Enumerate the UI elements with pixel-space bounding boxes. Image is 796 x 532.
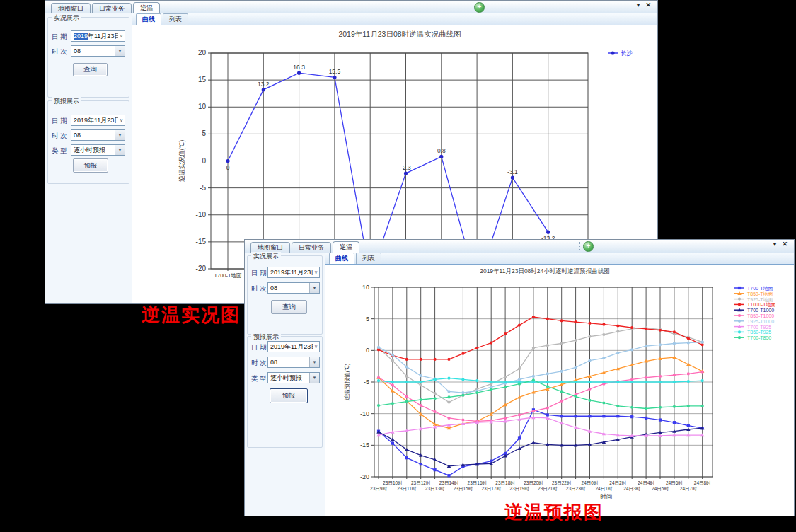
type-label: 类 型 (251, 374, 267, 383)
svg-text:24日0时: 24日0时 (582, 480, 599, 485)
live-time-combo[interactable]: 08 ▼ (267, 282, 320, 294)
add-button[interactable]: + (474, 2, 485, 13)
close-icon[interactable]: ✕ (645, 1, 651, 8)
date-label: 日 期 (52, 117, 67, 126)
svg-text:10: 10 (362, 284, 369, 291)
live-chart-annotation: 逆温实况图 (142, 303, 241, 328)
control-panel: 实况展示 日 期 2019年11月23日 ∨ 时 次 08 ▼ 查询 预报展示 … (45, 13, 132, 303)
svg-text:23日20时: 23日20时 (524, 480, 543, 485)
tab-curve[interactable]: 曲线 (136, 13, 161, 25)
date-label: 日 期 (251, 269, 267, 278)
svg-text:T850-T1000: T850-T1000 (747, 313, 774, 318)
forecast-type-combo[interactable]: 逐小时预报 ▼ (267, 372, 320, 383)
svg-text:时间: 时间 (601, 493, 613, 500)
svg-text:15: 15 (198, 76, 207, 83)
forecast-time-combo[interactable]: 08 ▼ (71, 129, 125, 141)
tab-map-window[interactable]: 地图窗口 (250, 242, 290, 253)
svg-text:20: 20 (198, 49, 207, 57)
svg-text:10: 10 (198, 103, 207, 110)
svg-text:T925-T地面: T925-T地面 (747, 297, 773, 303)
svg-text:T700-T850: T700-T850 (747, 335, 771, 340)
svg-text:0: 0 (366, 347, 369, 354)
forecast-time-combo[interactable]: 08 ▼ (267, 357, 320, 368)
tab-list[interactable]: 列表 (163, 13, 188, 25)
add-button[interactable]: + (583, 241, 594, 252)
svg-text:24日3时: 24日3时 (623, 486, 640, 491)
chevron-down-icon[interactable]: ▾ (637, 2, 640, 8)
forecast-button[interactable]: 预报 (270, 388, 308, 403)
svg-text:24日2时: 24日2时 (609, 480, 626, 485)
chevron-down-icon[interactable]: ▼ (115, 130, 125, 140)
svg-text:24日5时: 24日5时 (652, 486, 669, 491)
view-tab-bar: 曲线 列表 (132, 13, 657, 25)
svg-text:2019年11月23日08时24小时逐时逆温预报曲线图: 2019年11月23日08时24小时逐时逆温预报曲线图 (480, 267, 610, 274)
svg-text:0: 0 (202, 157, 206, 165)
svg-text:逆温预报值(℃): 逆温预报值(℃) (344, 363, 350, 400)
forecast-date-field[interactable]: 2019年11月23日 ∨ (71, 115, 125, 126)
forecast-button[interactable]: 预报 (73, 158, 108, 173)
forecast-date-field[interactable]: 2019年11月23日 ∨ (267, 341, 320, 352)
chevron-down-icon[interactable]: ▼ (309, 357, 319, 367)
tab-inversion[interactable]: 逆温 (133, 2, 160, 13)
svg-text:24日7时: 24日7时 (680, 486, 697, 491)
svg-text:5: 5 (202, 129, 206, 137)
svg-text:-2.3: -2.3 (400, 164, 411, 171)
svg-text:24日8时: 24日8时 (694, 480, 711, 485)
date-rest: 年11月23日 (88, 33, 118, 40)
close-icon[interactable]: ✕ (782, 241, 788, 248)
svg-text:-5: -5 (364, 378, 369, 386)
tab-daily-business[interactable]: 日常业务 (92, 3, 132, 13)
svg-text:23日9时: 23日9时 (370, 486, 387, 491)
svg-text:T700-T925: T700-T925 (747, 325, 771, 330)
chevron-down-icon[interactable]: ▼ (115, 145, 125, 155)
svg-text:23日22时: 23日22时 (552, 480, 572, 485)
svg-text:23日17时: 23日17时 (481, 486, 501, 491)
svg-text:T1000-T地面: T1000-T地面 (747, 302, 775, 308)
tab-map-window[interactable]: 地图窗口 (51, 3, 91, 13)
tab-inversion[interactable]: 逆温 (333, 241, 359, 253)
chevron-down-icon[interactable]: ∨ (313, 344, 319, 349)
toolbar-drag-handle (471, 3, 473, 11)
chevron-down-icon[interactable]: ▼ (309, 283, 319, 293)
svg-text:23日10时: 23日10时 (383, 480, 403, 485)
svg-text:-10: -10 (196, 211, 207, 219)
svg-text:23日15时: 23日15时 (454, 486, 473, 491)
live-date-field[interactable]: 2019年11月23日 ∨ (71, 30, 125, 42)
forecast-curve-chart: -20-15-10-5051023日9时23日10时23日11时23日12时23… (325, 265, 794, 516)
svg-text:23日13时: 23日13时 (425, 486, 445, 491)
window-tab-bar: 地图窗口 日常业务 逆温 + ▾ ✕ (245, 240, 794, 253)
svg-text:-10: -10 (360, 410, 369, 417)
chevron-down-icon[interactable]: ▼ (309, 373, 319, 383)
chevron-down-icon[interactable]: ∨ (313, 270, 319, 275)
chevron-down-icon[interactable]: ∨ (118, 117, 125, 123)
type-label: 类 型 (52, 146, 67, 156)
svg-text:0: 0 (226, 164, 230, 171)
live-date-field[interactable]: 2019年11月23日 ∨ (267, 267, 320, 278)
tab-daily-business[interactable]: 日常业务 (292, 242, 331, 253)
query-button[interactable]: 查询 (73, 63, 108, 76)
svg-text:24日1时: 24日1时 (595, 486, 612, 491)
forecast-chart-annotation: 逆温预报图 (504, 500, 604, 525)
svg-text:23日21时: 23日21时 (538, 486, 558, 491)
inversion-forecast-window: 地图窗口 日常业务 逆温 + ▾ ✕ 实况展示 日 期 2019年11月23日 … (244, 239, 795, 516)
live-display-group: 实况展示 (47, 17, 129, 98)
svg-text:T700-T地面: T700-T地面 (747, 286, 773, 291)
forecast-type-combo[interactable]: 逐小时预报 ▼ (71, 144, 125, 156)
svg-text:24日6时: 24日6时 (666, 480, 683, 485)
svg-text:长沙: 长沙 (621, 50, 633, 57)
svg-text:T700-T地面: T700-T地面 (214, 272, 242, 279)
tab-list[interactable]: 列表 (356, 253, 381, 264)
svg-text:T700-T1000: T700-T1000 (747, 308, 774, 313)
svg-text:23日23时: 23日23时 (566, 486, 586, 491)
live-time-combo[interactable]: 08 ▼ (71, 45, 125, 57)
group-title: 预报展示 (52, 97, 81, 106)
chevron-down-icon[interactable]: ▾ (773, 241, 776, 248)
tab-curve[interactable]: 曲线 (329, 253, 354, 264)
view-tab-bar: 曲线 列表 (325, 253, 794, 265)
chevron-down-icon[interactable]: ∨ (118, 33, 125, 39)
svg-text:0.8: 0.8 (437, 147, 446, 154)
query-button[interactable]: 查询 (271, 300, 307, 314)
time-label: 时 次 (251, 284, 267, 294)
chevron-down-icon[interactable]: ▼ (115, 46, 125, 56)
group-title: 实况展示 (251, 252, 281, 261)
